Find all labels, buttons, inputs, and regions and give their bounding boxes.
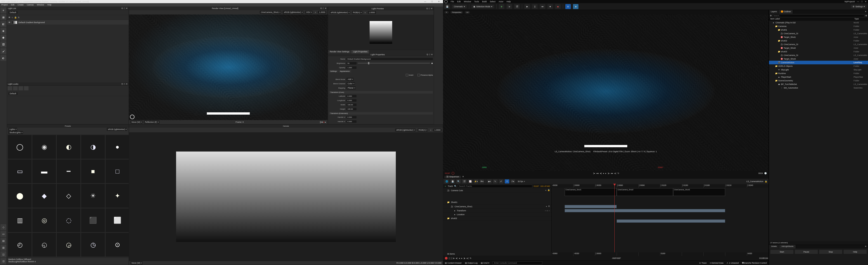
ue-maximize-button[interactable]: □	[862, 0, 863, 3]
seq-current-frame[interactable]: 0116*	[534, 185, 539, 187]
preset-thumb[interactable]: ✦	[105, 184, 129, 208]
track-search-input[interactable]	[458, 185, 532, 188]
colorspace-dropdown[interactable]: sRGB (rgbMonitor)	[283, 11, 303, 14]
panel-close-icon[interactable]: ✕	[325, 7, 327, 9]
tab-light-properties[interactable]: Light Properties	[351, 50, 369, 53]
outliner-row[interactable]: 🎬CameraMotionLevelSeq	[769, 61, 868, 64]
preset-thumb[interactable]: ◵	[32, 233, 56, 257]
tool-sun-icon[interactable]: ☀	[0, 7, 6, 14]
mode-dropdown[interactable]: Cinematic▾	[452, 5, 467, 8]
tool-gradient-icon[interactable]: ◧	[0, 21, 6, 27]
next-icon[interactable]: ▸	[325, 121, 326, 123]
preview-exp[interactable]: 1.0000	[368, 11, 376, 14]
ue-menu-select[interactable]: Select	[490, 0, 495, 3]
preset-thumb[interactable]: ▬	[32, 159, 56, 183]
canvas-viewport[interactable]	[129, 132, 443, 261]
brightness-slider[interactable]	[358, 63, 430, 64]
tool-e[interactable]: ◫	[0, 251, 6, 257]
outliner-row[interactable]: ▫SM_AutomotiveStaticMes	[769, 86, 868, 90]
panel-max-icon[interactable]: □	[124, 7, 125, 9]
exposure-value[interactable]: 1.0000	[318, 11, 326, 14]
preset-thumb[interactable]: ◴	[8, 233, 32, 257]
handleu-value[interactable]: 0.000	[346, 116, 356, 118]
panel-close-icon[interactable]: ✕	[431, 7, 433, 10]
seq-to-end-icon[interactable]: ▸|	[467, 257, 468, 259]
skip-button[interactable]: ⏭	[540, 4, 545, 9]
marketplace-icon[interactable]: ⇲	[506, 4, 512, 9]
seq-find-icon[interactable]: 🔍	[456, 179, 461, 183]
preset-thumb[interactable]: ⬛	[81, 208, 105, 232]
record-icon[interactable]: ●	[323, 121, 324, 123]
handlev-value[interactable]: 0.000	[346, 120, 356, 123]
seq-view-icon[interactable]: 👁▾	[480, 179, 484, 183]
track-shot02[interactable]: 📁shot02	[443, 216, 551, 220]
ue-minimize-button[interactable]: —	[857, 0, 859, 3]
frame-back-icon[interactable]: ◂|	[600, 172, 601, 175]
preset-thumb[interactable]: ◑	[81, 135, 105, 159]
preset-thumb[interactable]: ◎	[32, 208, 56, 232]
cmd-dropdown[interactable]: ▤ Cmd ▾	[481, 262, 489, 264]
preset-thumb[interactable]: ☀	[81, 184, 105, 208]
menu-edit[interactable]: Edit	[11, 3, 14, 6]
track-transform[interactable]: ▸Transform←○→	[443, 209, 551, 213]
output-log-button[interactable]: ▤ Output Log	[465, 262, 477, 264]
reflection-mode[interactable]: Reflection (E)	[144, 121, 160, 124]
panel-max-icon[interactable]: □	[323, 7, 324, 9]
preset-thumb[interactable]: ◶	[57, 233, 81, 257]
camera-dropdown[interactable]: CineCamera_Shot1	[260, 11, 281, 14]
seq-fps-dropdown[interactable]: 30 fps	[517, 180, 526, 183]
seq-curve-icon[interactable]: 📈	[468, 179, 472, 183]
track-cinecamera1[interactable]: 🎥CineCamera_Shot1＋⊙	[443, 204, 551, 209]
menu-help[interactable]: Help	[47, 3, 52, 6]
viewport-menu[interactable]: ≡	[444, 11, 449, 14]
look-btn-1[interactable]	[8, 86, 12, 90]
col-type[interactable]: Type	[855, 18, 868, 21]
seq-render-icon[interactable]: 🎬	[462, 179, 467, 183]
track-shot01[interactable]: 📁Shot01	[443, 201, 551, 204]
panel-max-icon[interactable]: □	[429, 53, 430, 56]
outliner-row[interactable]: 📁SceneGeometryFolder	[769, 79, 868, 82]
minimize-button[interactable]: —	[422, 0, 428, 3]
sequencer-icon[interactable]: 🎬	[514, 4, 520, 9]
unsaved-indicator[interactable]: ⚠ 1 Unsaved	[726, 262, 739, 264]
seq-in-a[interactable]: -068*	[612, 257, 615, 259]
ue-menu-help[interactable]: Help	[506, 0, 511, 3]
sequence-name[interactable]: LS_CameraMotion	[746, 180, 763, 183]
tool-d[interactable]: ▥	[0, 245, 6, 250]
settings-dropdown[interactable]: ⚙Settings▾	[851, 5, 867, 8]
hdrls-stop-button[interactable]: Stop	[819, 250, 842, 254]
lightlist-default-chip[interactable]: Default	[8, 11, 18, 14]
frame-fwd-icon[interactable]: |▸	[608, 172, 610, 175]
panel-pin-icon[interactable]: ⚲	[427, 53, 428, 56]
seq-save-icon[interactable]: 💾	[450, 179, 455, 183]
play-rev-icon[interactable]: ◂	[603, 172, 604, 175]
tab-settings[interactable]: Settings	[329, 70, 338, 73]
preset-thumb[interactable]: ⬜	[105, 208, 129, 232]
platform-other-icon[interactable]: ◆	[573, 4, 579, 9]
ue-menu-tools[interactable]: Tools	[474, 0, 479, 3]
seq-lock-icon[interactable]: 🔒	[765, 180, 767, 183]
preset-thumb[interactable]: ▥	[8, 208, 32, 232]
canvas-cs1[interactable]: sRGB (rgbMonitor)	[395, 128, 416, 132]
playhead[interactable]	[614, 184, 615, 256]
clip-shot2[interactable]: CineCamera_Shot2	[617, 188, 673, 196]
canvas-exp[interactable]: 1.0000	[433, 129, 441, 131]
sun-icon[interactable]: ☼	[364, 11, 366, 14]
seq-mark-out-icon[interactable]: ]	[451, 257, 452, 259]
ue-menu-actor[interactable]: Actor	[499, 0, 503, 3]
console-input[interactable]	[493, 261, 542, 265]
preset-thumb[interactable]: ◇	[57, 184, 81, 208]
tool-panel-icon[interactable]: ▦	[0, 14, 6, 20]
opacity-value[interactable]: 1.000	[346, 67, 356, 69]
tab-appearance[interactable]: Appearance	[339, 70, 351, 73]
to-start-icon[interactable]: |◂	[593, 172, 595, 175]
perspective-dropdown[interactable]: Perspective	[451, 11, 463, 14]
lightpreview-viewport[interactable]	[328, 15, 434, 50]
tool-paint-icon[interactable]: 🖌	[0, 48, 6, 54]
derived-data-button[interactable]: ≡ Derived Data	[710, 262, 723, 264]
seq-snap-icon[interactable]: ⊓	[505, 179, 509, 183]
tab-hdrlightstudio[interactable]: HdrLightStudio	[779, 245, 796, 248]
platform-win-icon[interactable]: ⊞	[565, 4, 571, 9]
preview-cs2[interactable]: RGB(A)	[352, 11, 363, 14]
stop-icon[interactable]: ■	[321, 121, 322, 123]
